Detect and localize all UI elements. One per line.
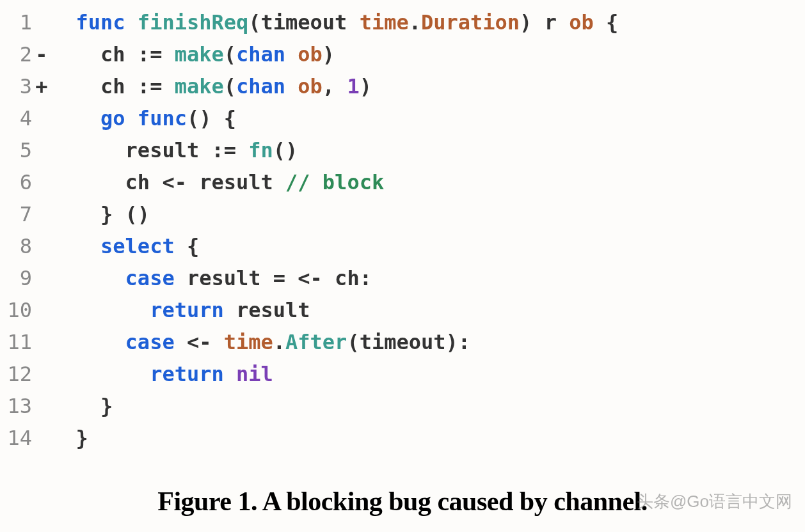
diff-marker: +: [32, 70, 51, 102]
line-number: 10: [0, 294, 32, 326]
code-content: } (): [51, 198, 150, 230]
code-content: case <- time.After(timeout):: [51, 326, 470, 358]
code-content: ch := make(chan ob): [51, 38, 335, 70]
code-line: 4 go func() {: [0, 102, 805, 134]
line-number: 9: [0, 262, 32, 294]
line-number: 7: [0, 198, 32, 230]
line-number: 8: [0, 230, 32, 262]
code-content: func finishReq(timeout time.Duration) r …: [51, 6, 618, 38]
line-number: 13: [0, 390, 32, 422]
line-number: 6: [0, 166, 32, 198]
code-line: 5 result := fn(): [0, 134, 805, 166]
code-line: 7 } (): [0, 198, 805, 230]
code-content: }: [51, 422, 88, 454]
code-content: result := fn(): [51, 134, 298, 166]
code-line: 9 case result = <- ch:: [0, 262, 805, 294]
code-line: 8 select {: [0, 230, 805, 262]
code-content: return nil: [51, 358, 273, 390]
code-line: 11 case <- time.After(timeout):: [0, 326, 805, 358]
code-line: 10 return result: [0, 294, 805, 326]
line-number: 2: [0, 38, 32, 70]
code-content: go func() {: [51, 102, 236, 134]
line-number: 1: [0, 6, 32, 38]
code-line: 1 func finishReq(timeout time.Duration) …: [0, 6, 805, 38]
line-number: 4: [0, 102, 32, 134]
code-content: ch <- result // block: [51, 166, 384, 198]
figure-caption: Figure 1. A blocking bug caused by chann…: [0, 486, 805, 517]
code-line: 2- ch := make(chan ob): [0, 38, 805, 70]
code-line: 3+ ch := make(chan ob, 1): [0, 70, 805, 102]
code-line: 6 ch <- result // block: [0, 166, 805, 198]
code-content: ch := make(chan ob, 1): [51, 70, 372, 102]
code-line: 13 }: [0, 390, 805, 422]
code-line: 14 }: [0, 422, 805, 454]
code-content: case result = <- ch:: [51, 262, 372, 294]
diff-marker: -: [32, 38, 51, 70]
line-number: 5: [0, 134, 32, 166]
code-line: 12 return nil: [0, 358, 805, 390]
code-content: }: [51, 390, 113, 422]
code-content: select {: [51, 230, 199, 262]
code-content: return result: [51, 294, 310, 326]
line-number: 11: [0, 326, 32, 358]
code-block: 1 func finishReq(timeout time.Duration) …: [0, 0, 805, 454]
line-number: 3: [0, 70, 32, 102]
line-number: 14: [0, 422, 32, 454]
line-number: 12: [0, 358, 32, 390]
